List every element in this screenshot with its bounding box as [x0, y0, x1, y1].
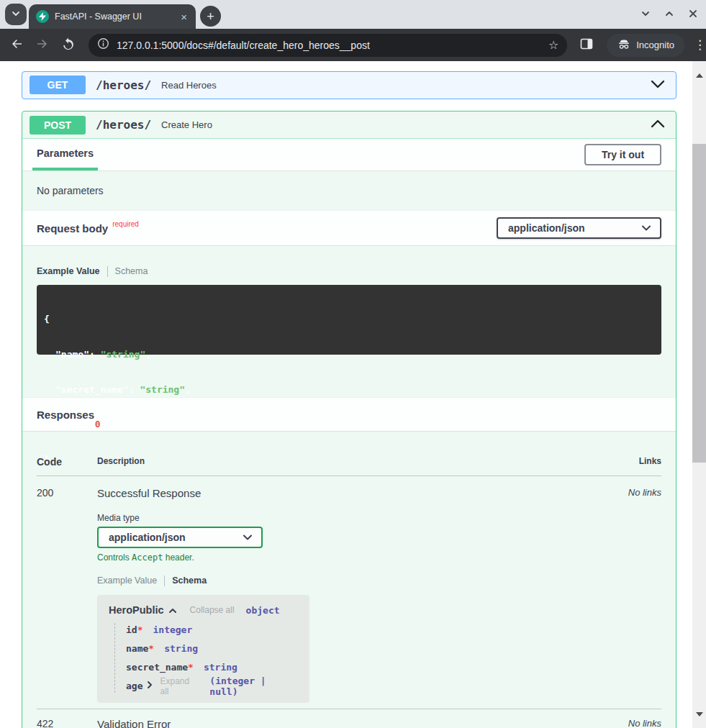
- scroll-up-button[interactable]: [692, 63, 706, 73]
- tab-example-value[interactable]: Example Value: [97, 575, 157, 586]
- reload-button[interactable]: [61, 38, 76, 53]
- browser-window: FastAPI - Swagger UI × +: [0, 0, 706, 728]
- code-line: {: [44, 314, 654, 325]
- media-type-label: Media type: [97, 513, 597, 523]
- swagger-ui: GET /heroes/ Read Heroes POST /heroes/ C…: [22, 71, 676, 728]
- column-description: Description: [97, 456, 597, 468]
- tab-schema[interactable]: Schema: [172, 575, 207, 586]
- request-body-header: Request body required application/json: [22, 210, 676, 246]
- triangle-down-icon: [696, 712, 703, 727]
- incognito-badge: Incognito: [607, 34, 684, 57]
- page-scrollbar[interactable]: [692, 61, 706, 728]
- chevron-down-icon: [650, 79, 666, 91]
- triangle-up-icon: [696, 63, 703, 78]
- scrollbar-thumb[interactable]: [692, 144, 706, 463]
- back-button[interactable]: [9, 38, 24, 53]
- tab-divider: [164, 575, 165, 586]
- collapse-all-link[interactable]: Collapse all: [190, 605, 235, 615]
- chevron-up-icon: [650, 119, 666, 131]
- get-method-badge: GET: [30, 76, 86, 94]
- code-line: "secret_name": "string",: [44, 384, 654, 396]
- window-close-button[interactable]: [686, 7, 700, 22]
- request-body-media-select[interactable]: application/json: [497, 217, 661, 239]
- responses-table-head: Code Description Links: [37, 432, 661, 476]
- property-row-id: id* integer: [126, 623, 298, 637]
- chevron-right-icon: [147, 681, 153, 691]
- response-example-tabs: Example Value Schema: [97, 575, 597, 586]
- arrow-right-icon: [35, 37, 50, 53]
- expand-all-link[interactable]: Expand all: [160, 676, 199, 696]
- tab-schema[interactable]: Schema: [115, 266, 148, 276]
- code-line: "name": "string",: [44, 349, 654, 360]
- response-links: No links: [597, 487, 661, 498]
- expand-age-button[interactable]: [147, 681, 153, 691]
- post-method-badge: POST: [30, 116, 86, 135]
- collapse-model-button[interactable]: [168, 605, 177, 616]
- response-description: Successful Response: [97, 487, 597, 499]
- required-label: required: [112, 220, 139, 228]
- controls-accept-message: Controls Accept header.: [97, 552, 597, 563]
- forward-button[interactable]: [35, 38, 50, 53]
- response-row-422: 422 Validation Error No links: [37, 709, 661, 728]
- close-tab-button[interactable]: ×: [179, 12, 189, 22]
- response-code: 422: [37, 718, 97, 728]
- chevron-up-icon: [168, 605, 177, 616]
- browser-tab[interactable]: FastAPI - Swagger UI ×: [29, 4, 196, 29]
- fastapi-logo-icon: [36, 10, 49, 23]
- column-links: Links: [597, 456, 661, 468]
- parameters-title: Parameters: [37, 147, 94, 159]
- response-media-value: application/json: [109, 532, 186, 543]
- window-minimize-button[interactable]: [638, 7, 653, 22]
- responses-table: Code Description Links 200 Successful Re…: [22, 432, 676, 728]
- reload-icon: [61, 37, 76, 53]
- side-panel-button[interactable]: [579, 37, 594, 53]
- chevron-down-icon: [640, 8, 651, 22]
- site-info-icon[interactable]: [97, 37, 109, 53]
- response-row-200: 200 Successful Response Media type appli…: [37, 476, 661, 703]
- new-tab-button[interactable]: +: [200, 6, 221, 27]
- get-heroes-summary[interactable]: GET /heroes/ Read Heroes: [22, 72, 676, 98]
- try-it-out-button[interactable]: Try it out: [584, 144, 661, 165]
- bookmark-star-icon[interactable]: ☆: [548, 38, 558, 52]
- window-controls: [638, 0, 700, 29]
- browser-toolbar: 127.0.0.1:5000/docs#/default/create_hero…: [0, 29, 706, 61]
- tab-example-value[interactable]: Example Value: [37, 266, 100, 276]
- response-media-select[interactable]: application/json: [97, 527, 263, 548]
- post-heroes-opblock: POST /heroes/ Create Hero Parameters: [22, 111, 676, 728]
- incognito-icon: [617, 37, 631, 54]
- post-heroes-summary[interactable]: POST /heroes/ Create Hero: [22, 112, 676, 139]
- no-parameters-text: No parameters: [22, 171, 676, 210]
- parameters-header: Parameters Try it out: [22, 139, 676, 171]
- property-row-secret-name: secret_name* string: [126, 660, 298, 674]
- column-code: Code: [37, 456, 97, 468]
- browser-menu-button[interactable]: ⋮: [694, 37, 706, 53]
- example-json-code: { "name": "string", "secret_name": "stri…: [37, 285, 661, 355]
- request-example-section: Example Value Schema { "name": "string",…: [22, 246, 676, 397]
- chevron-down-icon: [11, 9, 21, 21]
- responses-title: Responses: [37, 409, 94, 421]
- response-links: No links: [597, 718, 661, 728]
- window-maximize-button[interactable]: [662, 7, 676, 22]
- tab-search-button[interactable]: [5, 4, 27, 25]
- post-path: /heroes/: [96, 118, 151, 132]
- parameters-tab: Parameters: [32, 139, 98, 170]
- request-body-title: Request body: [37, 222, 108, 235]
- get-path: /heroes/: [96, 78, 151, 92]
- post-summary-text: Create Hero: [161, 119, 212, 130]
- chevron-down-icon: [641, 222, 651, 235]
- side-panel-icon: [579, 37, 594, 53]
- required-star: *: [137, 624, 143, 635]
- chevron-down-icon: [243, 532, 253, 543]
- collapse-post-button[interactable]: [650, 119, 666, 131]
- url-text[interactable]: 127.0.0.1:5000/docs#/default/create_hero…: [117, 40, 541, 51]
- scroll-down-button[interactable]: [692, 716, 706, 727]
- property-row-age: age Expand all (integer | null): [126, 679, 298, 693]
- url-bar[interactable]: 127.0.0.1:5000/docs#/default/create_hero…: [89, 34, 567, 57]
- required-star: *: [188, 662, 194, 673]
- close-icon: [687, 8, 699, 22]
- expand-get-button[interactable]: [650, 79, 666, 91]
- request-media-value: application/json: [508, 222, 585, 234]
- tab-title: FastAPI - Swagger UI: [55, 12, 173, 22]
- request-example-tabs: Example Value Schema: [37, 265, 661, 277]
- response-code: 200: [37, 487, 97, 499]
